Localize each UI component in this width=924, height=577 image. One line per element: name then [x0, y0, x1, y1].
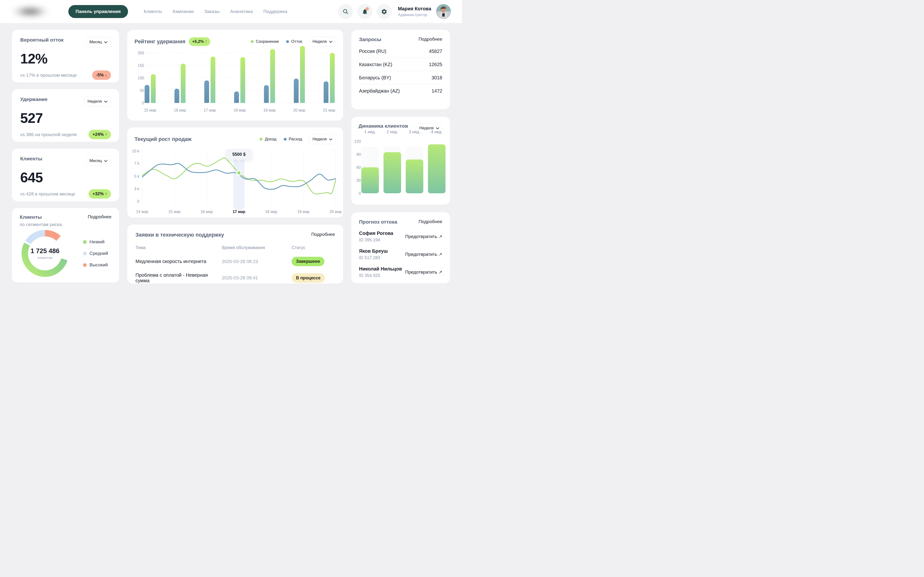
y-tick-label: 3 k — [134, 187, 140, 191]
legend-dot — [251, 40, 254, 43]
dropdown-value: Месяц — [89, 158, 102, 163]
dyn-bar-1 — [384, 152, 401, 193]
legend-item-mid: Средний — [83, 251, 108, 256]
notifications-button[interactable] — [357, 4, 372, 19]
y-tick-label: 30 — [356, 178, 361, 183]
x-tick-label: 14 мар — [136, 210, 148, 214]
bar-churn-6 — [324, 82, 328, 103]
segments-card: Клиенты Подробнее по сегментам риска 1 7… — [12, 208, 119, 282]
y-tick-label: 5 k — [134, 174, 140, 178]
prevent-button[interactable]: Предотвратить↗ — [405, 252, 442, 257]
dashboard-content: Вероятный отток Месяц 12% vs 17% в прошл… — [0, 23, 462, 284]
x-tick-label: 20 мар — [293, 108, 305, 112]
prevent-button[interactable]: Предотвратить↗ — [405, 269, 442, 275]
search-button[interactable] — [338, 4, 353, 19]
status-badge-done: Завершено — [292, 257, 325, 266]
kpi-title: Клиенты — [20, 156, 42, 161]
y-tick-label: 150 — [137, 63, 144, 68]
nav-analytics[interactable]: Аналитика — [230, 9, 253, 14]
status-badge-progress: В процессе — [292, 273, 325, 283]
chart-tooltip: 5500 $ — [226, 149, 252, 160]
support-details-link[interactable]: Подробнее — [311, 232, 335, 237]
x-tick-label: 17 мар — [233, 210, 246, 214]
support-tickets-card: Заявки в техническую поддержку Подробнее… — [127, 224, 343, 284]
bar-save-1 — [181, 64, 186, 103]
kpi-period-dropdown[interactable]: Месяц — [86, 156, 111, 166]
kpi-card-clients: Клиенты Месяц 645 vs 428 в прошлом месяц… — [12, 148, 119, 201]
sales-title: Текущий рост продаж — [134, 136, 192, 142]
x-tick-label: 18 мар — [265, 210, 277, 214]
tab-dashboard[interactable]: Панель управления — [68, 5, 128, 18]
gear-icon — [381, 8, 388, 15]
country-value: 45827 — [429, 48, 442, 54]
legend-item-income: Доход — [260, 137, 276, 142]
x-tick-label: 15 мар — [168, 210, 181, 214]
y-tick-label: 7 k — [134, 161, 140, 165]
legend-label: Низкий — [89, 239, 105, 245]
requests-details-link[interactable]: Подробнее — [418, 37, 442, 42]
highlight-point — [237, 171, 241, 175]
avatar[interactable] — [436, 4, 451, 19]
dashboard-page: Панель управления Клиенты Кампании Заказ… — [0, 0, 462, 288]
bar-save-3 — [241, 57, 245, 103]
col-header-topic: Тема — [136, 244, 222, 254]
legend-dot — [83, 263, 87, 267]
forecast-details-link[interactable]: Подробнее — [418, 219, 442, 224]
prevent-button[interactable]: Предотвратить↗ — [405, 234, 442, 239]
legend-label: Средний — [89, 251, 108, 256]
country-value: 1472 — [432, 88, 443, 94]
client-name: София Рогова — [359, 230, 393, 236]
client-id: ID 395.194 — [359, 237, 393, 243]
x-tick-label: 19 мар — [297, 210, 309, 214]
kpi-period-dropdown[interactable]: Неделя — [84, 97, 111, 106]
segments-details-link[interactable]: Подробнее — [87, 214, 111, 219]
ticket-time: 2025-03-28 08:23 — [222, 256, 292, 268]
retention-chart-card: Рейтинг удержания +5,2% ↑ Сохранение Отт… — [127, 30, 343, 121]
y-tick-label: 100 — [137, 76, 144, 80]
nav-support[interactable]: Поддержка — [263, 9, 287, 14]
donut-total: 1 725 486 — [31, 247, 60, 255]
legend-dot — [83, 252, 87, 255]
dynamics-bar-chart: 03060901201 нед.2 нед.3 нед.4 нед. — [351, 129, 450, 201]
column-label: 3 нед. — [409, 130, 420, 134]
y-tick-label: 60 — [356, 165, 361, 170]
external-arrow-icon: ↗ — [439, 252, 442, 257]
donut-total-label: клиентов — [37, 256, 52, 259]
kpi-delta-badge: +24% ↑ — [89, 130, 111, 139]
nav-clients[interactable]: Клиенты — [144, 9, 162, 14]
bar-churn-4 — [264, 85, 269, 103]
sales-period-dropdown[interactable]: Неделя — [309, 134, 336, 144]
ticket-topic: Медленная скорость интернета — [136, 256, 222, 268]
col-header-time: Время обслуживания — [222, 244, 292, 254]
request-row-az: Азербайджан (AZ)1472 — [359, 84, 442, 98]
kpi-compare: vs 428 в прошлом месяце — [20, 191, 75, 197]
x-tick-label: 16 мар — [174, 108, 186, 112]
x-tick-label: 20 мар — [330, 210, 342, 214]
request-row-kz: Казахстан (KZ)12625 — [359, 58, 442, 71]
country-value: 12625 — [429, 62, 442, 67]
x-tick-label: 17 мар — [204, 108, 216, 112]
col-header-status: Статус — [292, 244, 335, 254]
kpi-period-dropdown[interactable]: Месяц — [86, 37, 111, 47]
external-arrow-icon: ↗ — [439, 234, 442, 239]
support-title: Заявки в техническую поддержку — [136, 232, 224, 238]
settings-button[interactable] — [376, 4, 391, 19]
x-tick-label: 16 мар — [200, 210, 213, 214]
request-row-by: Беларусь (BY)3018 — [359, 71, 442, 84]
y-tick-label: 10 k — [132, 149, 140, 153]
legend-label: Доход — [265, 137, 276, 142]
country-value: 3018 — [432, 75, 443, 81]
bar-churn-5 — [294, 79, 299, 103]
nav-campaigns[interactable]: Кампании — [173, 9, 194, 14]
country-label: Казахстан (KZ) — [359, 62, 392, 67]
y-tick-label: 50 — [140, 89, 144, 93]
forecast-row: Яков БреушID 517.283 Предотвратить↗ — [359, 248, 442, 260]
top-nav: Панель управления Клиенты Кампании Заказ… — [0, 0, 462, 23]
nav-orders[interactable]: Заказы — [204, 9, 220, 14]
bar-churn-1 — [174, 89, 179, 103]
kpi-delta-badge: +32% ↑ — [89, 189, 111, 198]
column-label: 1 нед. — [364, 130, 376, 134]
country-label: Россия (RU) — [359, 48, 386, 54]
legend-item-expense: Расход — [284, 137, 302, 142]
y-tick-label: 0 — [142, 101, 144, 105]
